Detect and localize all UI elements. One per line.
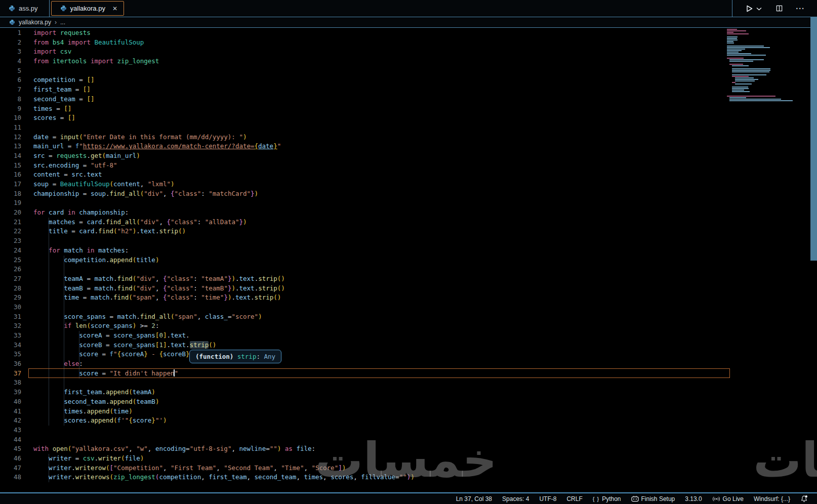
- tab-ass-py[interactable]: ass.py: [0, 0, 50, 17]
- code-line-24[interactable]: 24 for match in matches:: [0, 246, 817, 256]
- line-number[interactable]: 33: [0, 331, 21, 341]
- status-indentation[interactable]: Spaces: 4: [497, 495, 534, 502]
- code-line-3[interactable]: 3import csv: [0, 47, 817, 57]
- line-number[interactable]: 44: [0, 435, 21, 445]
- line-number[interactable]: 26: [0, 265, 21, 274]
- line-number[interactable]: 42: [0, 416, 21, 426]
- code-line-32[interactable]: 32 if len(score_spans) >= 2:: [0, 321, 817, 331]
- code-line-22[interactable]: 22 title = card.find("h2").text.strip(): [0, 227, 817, 236]
- breadcrumb-file[interactable]: yallakora.py: [19, 19, 51, 26]
- code-line-23[interactable]: 23: [0, 236, 817, 246]
- line-number[interactable]: 46: [0, 454, 21, 464]
- line-number[interactable]: 36: [0, 359, 21, 369]
- code-line-38[interactable]: 38: [0, 378, 817, 388]
- status-python-version[interactable]: 3.13.0: [680, 495, 707, 502]
- notifications-bell-icon[interactable]: [795, 495, 813, 502]
- code-line-35[interactable]: 35 score = f"{scoreA} - {scoreB}": [0, 350, 817, 359]
- line-number[interactable]: 3: [0, 47, 21, 57]
- line-number[interactable]: 19: [0, 198, 21, 208]
- line-number[interactable]: 25: [0, 256, 21, 265]
- line-number[interactable]: 11: [0, 123, 21, 133]
- code-area[interactable]: 1import requests2from bs4 import Beautif…: [0, 28, 817, 482]
- code-line-8[interactable]: 8second_team = []: [0, 95, 817, 104]
- code-line-20[interactable]: 20for card in championship:: [0, 208, 817, 218]
- code-line-36[interactable]: 36 else:: [0, 359, 817, 369]
- line-number[interactable]: 31: [0, 312, 21, 322]
- line-number[interactable]: 9: [0, 104, 21, 114]
- status-go-live[interactable]: Go Live: [707, 495, 749, 502]
- scrollbar-thumb[interactable]: [810, 17, 817, 261]
- code-line-2[interactable]: 2from bs4 import BeautifulSoup: [0, 38, 817, 48]
- code-line-43[interactable]: 43: [0, 426, 817, 435]
- run-button[interactable]: [745, 5, 763, 13]
- code-line-26[interactable]: 26: [0, 265, 817, 274]
- line-number[interactable]: 32: [0, 321, 21, 331]
- code-editor[interactable]: 1import requests2from bs4 import Beautif…: [0, 28, 817, 492]
- line-number[interactable]: 10: [0, 113, 21, 123]
- status-eol[interactable]: CRLF: [561, 495, 587, 502]
- line-number[interactable]: 14: [0, 151, 21, 161]
- code-line-41[interactable]: 41 times.append(time): [0, 407, 817, 416]
- code-line-27[interactable]: 27 teamA = match.find("div", {"class": "…: [0, 274, 817, 284]
- line-number[interactable]: 47: [0, 464, 21, 473]
- status-windsurf[interactable]: Windsurf: {...}: [749, 495, 795, 502]
- code-line-45[interactable]: 45with open("yallakora.csv", "w", encodi…: [0, 444, 817, 454]
- code-line-19[interactable]: 19: [0, 198, 817, 208]
- code-line-15[interactable]: 15src.encoding = "utf-8": [0, 161, 817, 171]
- code-line-25[interactable]: 25 competition.append(title): [0, 256, 817, 265]
- minimap[interactable]: [727, 29, 809, 102]
- line-number[interactable]: 24: [0, 246, 21, 256]
- code-line-16[interactable]: 16content = src.text: [0, 170, 817, 180]
- line-number[interactable]: 37: [0, 369, 21, 379]
- code-line-12[interactable]: 12date = input("Enter Date in this forma…: [0, 133, 817, 142]
- code-line-29[interactable]: 29 time = match.find("span", {"class": "…: [0, 293, 817, 303]
- code-line-28[interactable]: 28 teamB = match.find("div", {"class": "…: [0, 284, 817, 293]
- line-number[interactable]: 1: [0, 28, 21, 38]
- code-line-48[interactable]: 48 writer.writerows(zip_longest(competit…: [0, 473, 817, 482]
- line-number[interactable]: 35: [0, 350, 21, 359]
- line-number[interactable]: 38: [0, 378, 21, 388]
- line-number[interactable]: 13: [0, 142, 21, 151]
- code-line-47[interactable]: 47 writer.writerow(["Competition", "Firs…: [0, 464, 817, 473]
- close-icon[interactable]: ✕: [112, 5, 117, 12]
- line-number[interactable]: 2: [0, 38, 21, 48]
- code-line-5[interactable]: 5: [0, 66, 817, 76]
- tab-yallakora-py[interactable]: yallakora.py ✕: [51, 1, 124, 16]
- line-number[interactable]: 22: [0, 227, 21, 236]
- code-line-17[interactable]: 17soup = BeautifulSoup(content, "lxml"): [0, 180, 817, 189]
- line-number[interactable]: 30: [0, 303, 21, 312]
- code-line-30[interactable]: 30: [0, 303, 817, 312]
- line-number[interactable]: 27: [0, 274, 21, 284]
- line-number[interactable]: 8: [0, 95, 21, 104]
- line-number[interactable]: 17: [0, 180, 21, 189]
- code-line-10[interactable]: 10scores = []: [0, 113, 817, 123]
- line-number[interactable]: 15: [0, 161, 21, 171]
- status-cursor-position[interactable]: Ln 37, Col 38: [451, 495, 497, 502]
- line-number[interactable]: 21: [0, 218, 21, 227]
- line-number[interactable]: 43: [0, 426, 21, 435]
- split-editor-icon[interactable]: [775, 5, 783, 12]
- code-line-42[interactable]: 42 scores.append(f'"{score}"'): [0, 416, 817, 426]
- code-line-1[interactable]: 1import requests: [0, 28, 817, 38]
- line-number[interactable]: 20: [0, 208, 21, 218]
- line-number[interactable]: 41: [0, 407, 21, 416]
- line-number[interactable]: 23: [0, 236, 21, 246]
- code-line-11[interactable]: 11: [0, 123, 817, 133]
- line-number[interactable]: 12: [0, 133, 21, 142]
- code-line-7[interactable]: 7first_team = []: [0, 85, 817, 95]
- line-number[interactable]: 18: [0, 189, 21, 199]
- code-line-40[interactable]: 40 second_team.append(teamB): [0, 397, 817, 407]
- line-number[interactable]: 48: [0, 473, 21, 482]
- line-number[interactable]: 7: [0, 85, 21, 95]
- line-number[interactable]: 28: [0, 284, 21, 293]
- line-number[interactable]: 39: [0, 388, 21, 397]
- line-number[interactable]: 4: [0, 57, 21, 66]
- line-number[interactable]: 34: [0, 341, 21, 350]
- code-line-4[interactable]: 4from itertools import zip_longest: [0, 57, 817, 66]
- line-number[interactable]: 29: [0, 293, 21, 303]
- status-encoding[interactable]: UTF-8: [534, 495, 561, 502]
- line-number[interactable]: 6: [0, 75, 21, 85]
- code-line-33[interactable]: 33 scoreA = score_spans[0].text.: [0, 331, 817, 341]
- code-line-34[interactable]: 34 scoreB = score_spans[1].text.strip(): [0, 341, 817, 350]
- code-line-46[interactable]: 46 writer = csv.writer(file): [0, 454, 817, 464]
